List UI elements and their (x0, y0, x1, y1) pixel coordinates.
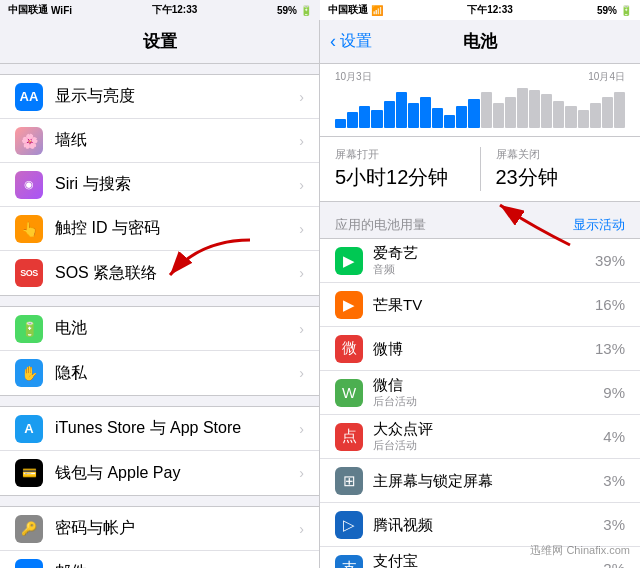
settings-item-display[interactable]: AA 显示与亮度 (0, 75, 319, 119)
battery-usage-section: 应用的电池用量 显示活动 ▶爱奇艺音频39%▶芒果TV16%微微博13%W微信后… (320, 212, 640, 568)
chart-bar (493, 103, 504, 128)
siri-icon: ◉ (15, 171, 43, 199)
passwords-label: 密码与帐户 (55, 518, 295, 539)
chart-bar (456, 106, 467, 129)
battery-app-list: ▶爱奇艺音频39%▶芒果TV16%微微博13%W微信后台活动9%点大众点评后台活… (320, 238, 640, 568)
battery-app-icon: 微 (335, 335, 363, 363)
left-wifi-icon: WiFi (51, 5, 72, 16)
battery-app-name: 大众点评 (373, 420, 595, 438)
settings-group-2: 🔋 电池 ✋ 隐私 (0, 306, 319, 396)
settings-item-itunes[interactable]: A iTunes Store 与 App Store (0, 407, 319, 451)
chart-bar (529, 90, 540, 128)
chart-bar (335, 119, 346, 128)
chart-date-end: 10月4日 (588, 70, 625, 84)
privacy-label: 隐私 (55, 363, 295, 384)
chart-bar (481, 92, 492, 128)
battery-usage-title: 应用的电池用量 (335, 216, 426, 234)
right-status-bar: 中国联通 📶 下午12:33 59% 🔋 (320, 0, 640, 20)
battery-app-item[interactable]: ⊞主屏幕与锁定屏幕3% (320, 459, 640, 503)
mail-chevron (299, 565, 304, 569)
chart-bar (614, 92, 625, 128)
settings-item-battery[interactable]: 🔋 电池 (0, 307, 319, 351)
touchid-icon: 👆 (15, 215, 43, 243)
battery-app-info: 主屏幕与锁定屏幕 (373, 472, 595, 490)
battery-app-info: 微博 (373, 340, 587, 358)
battery-app-pct: 39% (595, 252, 625, 269)
settings-item-mail[interactable]: ✉ 邮件 (0, 551, 319, 568)
screen-on-value: 5小时12分钟 (335, 164, 465, 191)
battery-app-item[interactable]: 微微博13% (320, 327, 640, 371)
chart-bar (602, 97, 613, 129)
battery-app-info: 爱奇艺音频 (373, 244, 587, 277)
settings-item-wallet[interactable]: 💳 钱包与 Apple Pay (0, 451, 319, 495)
chart-bars (335, 88, 625, 128)
settings-group-1: AA 显示与亮度 🌸 墙纸 ◉ Siri 与搜索 👆 触控 ID 与密码 SOS… (0, 74, 319, 296)
battery-app-pct: 13% (595, 340, 625, 357)
chart-bar (371, 110, 382, 128)
sos-label: SOS 紧急联络 (55, 263, 295, 284)
chart-bar (408, 103, 419, 128)
battery-app-item[interactable]: ▷腾讯视频3% (320, 503, 640, 547)
battery-app-pct: 3% (603, 516, 625, 533)
chart-bar (444, 115, 455, 129)
battery-app-icon: ▷ (335, 511, 363, 539)
battery-usage-toggle[interactable]: 显示活动 (573, 216, 625, 234)
chart-bar (384, 101, 395, 128)
left-header: 设置 (0, 20, 319, 64)
right-battery: 59% (597, 5, 617, 16)
chart-bar (517, 88, 528, 129)
battery-app-info: 大众点评后台活动 (373, 420, 595, 453)
settings-item-siri[interactable]: ◉ Siri 与搜索 (0, 163, 319, 207)
battery-app-info: 腾讯视频 (373, 516, 595, 534)
screen-stats: 屏幕打开 5小时12分钟 屏幕关闭 23分钟 (320, 137, 640, 202)
battery-app-item[interactable]: W微信后台活动9% (320, 371, 640, 415)
privacy-chevron (299, 365, 304, 381)
battery-app-pct: 16% (595, 296, 625, 313)
wallpaper-chevron (299, 133, 304, 149)
battery-chart-area: 10月3日 10月4日 (320, 64, 640, 137)
battery-app-name: 芒果TV (373, 296, 587, 314)
screen-off-label: 屏幕关闭 (496, 147, 626, 162)
battery-app-name: 腾讯视频 (373, 516, 595, 534)
right-carrier: 中国联通 (328, 3, 368, 17)
itunes-icon: A (15, 415, 43, 443)
battery-app-icon: ▶ (335, 291, 363, 319)
wallet-chevron (299, 465, 304, 481)
left-time: 下午12:33 (75, 3, 274, 17)
left-battery-icon: 🔋 (300, 5, 312, 16)
settings-group-4: 🔑 密码与帐户 ✉ 邮件 👤 通讯录 (0, 506, 319, 568)
chart-date-start: 10月3日 (335, 70, 372, 84)
battery-app-name: 微信 (373, 376, 595, 394)
battery-page-title: 电池 (463, 30, 497, 53)
battery-chevron (299, 321, 304, 337)
chart-bar (468, 99, 479, 128)
chart-bar (432, 108, 443, 128)
settings-item-privacy[interactable]: ✋ 隐私 (0, 351, 319, 395)
battery-label: 电池 (55, 318, 295, 339)
settings-item-passwords[interactable]: 🔑 密码与帐户 (0, 507, 319, 551)
itunes-label: iTunes Store 与 App Store (55, 418, 295, 439)
display-icon: AA (15, 83, 43, 111)
settings-group-3: A iTunes Store 与 App Store 💳 钱包与 Apple P… (0, 406, 319, 496)
back-button[interactable]: ‹ 设置 (330, 31, 372, 52)
screen-on-label: 屏幕打开 (335, 147, 465, 162)
battery-app-pct: 4% (603, 428, 625, 445)
battery-app-item[interactable]: 点大众点评后台活动4% (320, 415, 640, 459)
right-wifi-icon: 📶 (371, 5, 383, 16)
settings-item-touchid[interactable]: 👆 触控 ID 与密码 (0, 207, 319, 251)
wallpaper-label: 墙纸 (55, 130, 295, 151)
right-panel: 中国联通 📶 下午12:33 59% 🔋 ‹ 设置 电池 10月3日 10月4日… (320, 0, 640, 568)
chart-bar (359, 106, 370, 129)
settings-item-wallpaper[interactable]: 🌸 墙纸 (0, 119, 319, 163)
battery-app-icon: 支 (335, 555, 363, 569)
wallpaper-icon: 🌸 (15, 127, 43, 155)
battery-app-item[interactable]: ▶芒果TV16% (320, 283, 640, 327)
battery-app-item[interactable]: ▶爱奇艺音频39% (320, 239, 640, 283)
display-label: 显示与亮度 (55, 86, 295, 107)
battery-app-name: 主屏幕与锁定屏幕 (373, 472, 595, 490)
battery-usage-header: 应用的电池用量 显示活动 (320, 212, 640, 238)
battery-app-icon: W (335, 379, 363, 407)
settings-item-sos[interactable]: SOS SOS 紧急联络 (0, 251, 319, 295)
chart-bar (505, 97, 516, 129)
battery-app-info: 芒果TV (373, 296, 587, 314)
